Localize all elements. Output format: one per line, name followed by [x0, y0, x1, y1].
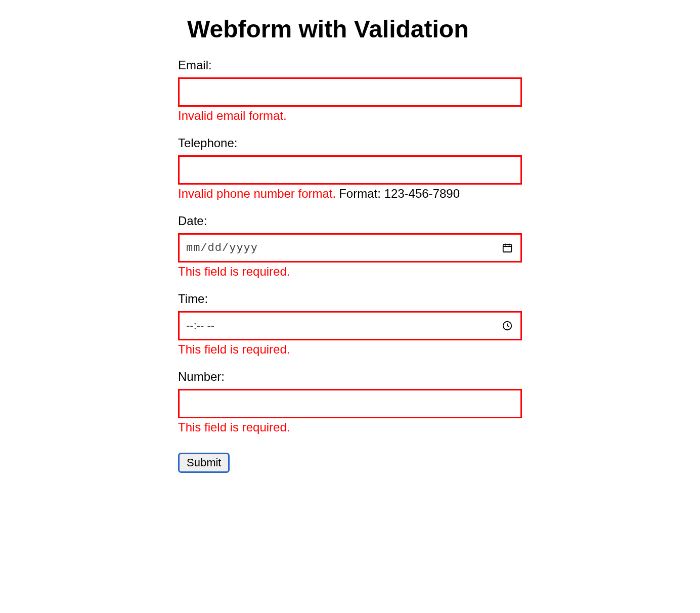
date-label: Date:: [178, 214, 522, 228]
validation-form: Email: Invalid email format. Telephone: …: [178, 58, 522, 473]
date-error: This field is required.: [178, 265, 290, 278]
time-group: Time: --:-- -- This field is required.: [178, 292, 522, 357]
time-field[interactable]: [178, 311, 522, 340]
date-field[interactable]: [178, 233, 522, 262]
number-error: This field is required.: [178, 420, 290, 434]
telephone-label: Telephone:: [178, 136, 522, 150]
email-group: Email: Invalid email format.: [178, 58, 522, 123]
page-title: Webform with Validation: [178, 15, 522, 43]
number-label: Number:: [178, 370, 522, 384]
number-group: Number: This field is required.: [178, 370, 522, 434]
email-error: Invalid email format.: [178, 109, 287, 122]
time-label: Time:: [178, 292, 522, 306]
telephone-error: Invalid phone number format.: [178, 187, 336, 200]
date-group: Date: mm/dd/yyyy This field is required.: [178, 214, 522, 279]
telephone-hint: Format: 123-456-7890: [339, 187, 460, 200]
telephone-field[interactable]: [178, 155, 522, 185]
email-label: Email:: [178, 58, 522, 72]
time-error: This field is required.: [178, 342, 290, 356]
submit-button[interactable]: Submit: [178, 453, 230, 473]
email-field[interactable]: [178, 77, 522, 107]
number-field[interactable]: [178, 389, 522, 418]
telephone-group: Telephone: Invalid phone number format.F…: [178, 136, 522, 201]
